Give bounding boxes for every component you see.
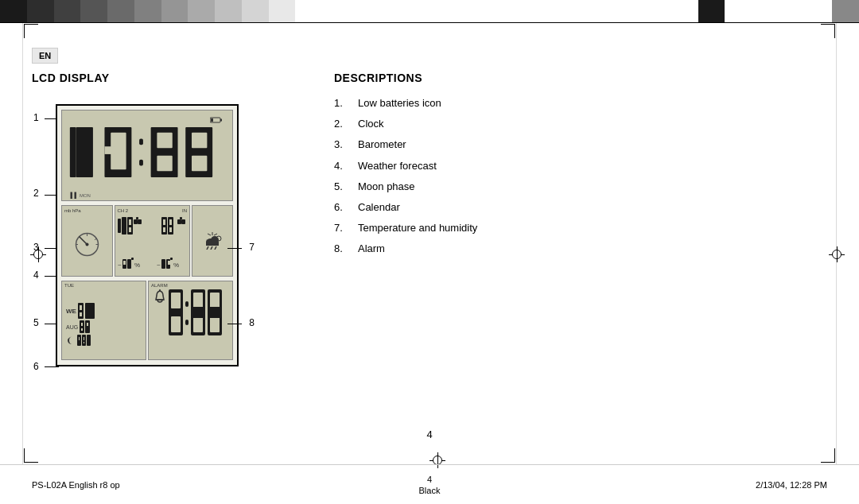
svg-rect-1 <box>220 119 222 122</box>
bottom-page-number: 4 <box>283 475 575 484</box>
desc-item-text: Alarm <box>358 242 827 256</box>
svg-line-59 <box>207 246 208 250</box>
time-display <box>66 122 216 182</box>
svg-line-54 <box>214 234 217 235</box>
svg-rect-11 <box>157 133 172 148</box>
color-swatch <box>215 0 242 22</box>
label-2: 2 <box>33 188 39 199</box>
color-swatch <box>54 0 81 22</box>
svg-rect-2 <box>211 118 213 122</box>
desc-list-item: 5. Moon phase <box>334 180 827 194</box>
color-swatch <box>295 0 322 22</box>
svg-rect-64 <box>80 312 82 316</box>
date-time: 2/13/04, 12:28 PM <box>756 480 827 490</box>
desc-list-item: 8. Alarm <box>334 242 827 256</box>
color-swatch <box>510 0 537 22</box>
lcd-diagram: 1 2 3 4 5 6 <box>32 96 255 390</box>
language-label: EN <box>39 51 51 60</box>
svg-rect-15 <box>192 156 207 171</box>
svg-rect-70 <box>85 320 90 333</box>
lcd-bottom-row: TUE WE <box>61 281 233 360</box>
svg-rect-8 <box>139 139 143 145</box>
desc-list-item: 6. Calendar <box>334 200 827 215</box>
svg-rect-23 <box>118 219 121 233</box>
svg-line-18 <box>80 237 87 245</box>
color-swatch <box>161 0 189 22</box>
in-label: IN <box>182 208 187 213</box>
svg-rect-24 <box>122 217 126 235</box>
svg-line-20 <box>95 238 96 240</box>
desc-item-text: Temperature and humidity <box>358 221 827 235</box>
color-swatch <box>349 0 376 22</box>
tue-label: TUE <box>64 283 74 288</box>
svg-text:~: ~ <box>118 262 122 269</box>
alarm-time <box>169 289 230 339</box>
ch-label: CH 2 <box>118 208 129 213</box>
barometer-panel: mb hPa <box>61 205 113 277</box>
svg-line-53 <box>208 234 211 235</box>
color-swatch <box>671 0 698 22</box>
color-swatch <box>188 0 215 22</box>
label-5: 5 <box>33 317 39 328</box>
descriptions-list: 1. Low batteries icon 2. Clock 3. Barome… <box>334 96 827 257</box>
svg-rect-82 <box>171 316 181 332</box>
lcd-screen: ▐▐ MON mb hPa <box>56 104 239 366</box>
calendar-display: WE AU <box>64 303 144 346</box>
desc-list-item: 7. Temperature and humidity <box>334 221 827 235</box>
line-7 <box>227 248 242 249</box>
svg-rect-69 <box>81 328 83 331</box>
svg-rect-33 <box>163 227 165 232</box>
desc-item-text: Weather forecast <box>358 159 827 173</box>
svg-rect-35 <box>169 219 172 225</box>
color-swatch <box>322 0 349 22</box>
label-8: 8 <box>249 317 255 328</box>
svg-rect-83 <box>185 301 189 307</box>
svg-text:%: % <box>134 262 140 269</box>
color-swatch <box>242 0 269 22</box>
color-swatch <box>134 0 161 22</box>
svg-rect-84 <box>185 320 189 325</box>
color-swatch <box>484 0 511 22</box>
svg-rect-4 <box>76 127 93 177</box>
svg-rect-28 <box>134 219 138 224</box>
color-swatch <box>402 0 430 22</box>
svg-rect-30 <box>136 217 138 219</box>
svg-rect-9 <box>139 160 143 166</box>
svg-rect-67 <box>80 320 84 333</box>
svg-rect-12 <box>157 156 172 171</box>
color-swatch <box>832 0 859 22</box>
descriptions-title: DESCRIPTIONS <box>334 72 827 84</box>
svg-rect-49 <box>168 261 170 265</box>
in-humidity: ~ % <box>157 258 187 273</box>
svg-rect-77 <box>87 335 91 346</box>
weather-panel <box>192 205 233 277</box>
color-swatch <box>457 0 484 22</box>
svg-rect-44 <box>131 258 134 260</box>
svg-rect-66 <box>89 303 95 319</box>
svg-rect-57 <box>206 242 219 246</box>
desc-item-num: 6. <box>334 200 358 215</box>
color-swatch <box>644 0 671 22</box>
desc-item-text: Low batteries icon <box>358 96 827 110</box>
svg-rect-7 <box>104 146 114 154</box>
document-info: PS-L02A English r8 op <box>32 480 120 490</box>
desc-item-num: 2. <box>334 117 358 131</box>
svg-rect-14 <box>192 133 207 148</box>
color-swatch <box>269 0 296 22</box>
weather-icons <box>201 232 223 250</box>
baro-label: mb hPa <box>64 208 81 213</box>
color-swatch <box>806 0 833 22</box>
calendar-panel: TUE WE <box>61 281 146 360</box>
color-swatch <box>80 0 107 22</box>
line-8 <box>227 324 242 324</box>
lcd-section: LCD DISPLAY 1 2 3 4 5 6 <box>32 72 270 456</box>
page-number-center: 4 <box>426 428 432 440</box>
corner-mark-tr <box>821 24 835 38</box>
color-swatch <box>752 0 779 22</box>
color-swatch <box>779 0 806 22</box>
svg-rect-29 <box>138 219 142 224</box>
bottom-right-text: 2/13/04, 12:28 PM <box>576 480 859 490</box>
desc-item-num: 1. <box>334 96 358 110</box>
desc-list-item: 3. Barometer <box>334 138 827 152</box>
label-4: 4 <box>33 269 39 281</box>
